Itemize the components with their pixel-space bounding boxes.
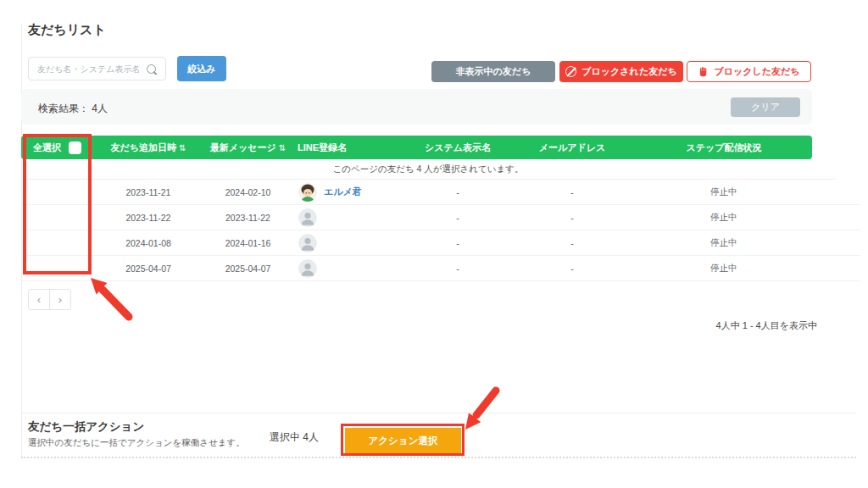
pagination-next-button[interactable]: › <box>49 289 71 310</box>
search-input[interactable] <box>29 64 147 74</box>
email-cell: - <box>509 187 636 197</box>
hand-icon <box>698 66 709 77</box>
sort-icon[interactable]: ⇅ <box>179 143 186 152</box>
pagination-prev-button[interactable]: ‹ <box>28 289 50 310</box>
blocked-by-friends-label: ブロックされた友だち <box>581 65 676 78</box>
header-latest-message[interactable]: 最新メッセージ ⇅ <box>203 141 292 154</box>
added-at-cell: 2023-11-22 <box>93 213 203 223</box>
search-result-label: 検索結果： 4人 <box>38 102 108 116</box>
annotation-rect-select-all <box>23 134 92 274</box>
selection-notice: このページの友だち 4 人が選択されています。 <box>21 159 835 180</box>
selected-count: 選択中 4人 <box>270 430 319 445</box>
system-name-cell: - <box>407 187 509 197</box>
email-cell: - <box>509 213 636 223</box>
table-header: 全選択 友だち追加日時 ⇅ 最新メッセージ ⇅ LINE登録名 システム表示名 … <box>21 136 812 159</box>
default-avatar <box>298 234 317 252</box>
filter-button[interactable]: 絞込み <box>177 56 226 81</box>
latest-message-cell: 2024-02-10 <box>203 187 292 197</box>
added-at-cell: 2023-11-21 <box>93 187 203 197</box>
system-name-cell: - <box>407 213 509 223</box>
step-status-cell: 停止中 <box>636 263 812 274</box>
step-status-cell: 停止中 <box>636 186 812 198</box>
annotation-arrow-action-button <box>452 380 504 436</box>
step-status-cell: 停止中 <box>636 212 812 224</box>
system-name-cell: - <box>407 238 509 248</box>
latest-message-cell: 2025-04-07 <box>203 263 292 274</box>
bottom-divider <box>21 413 856 413</box>
friends-list-page: 友だちリスト 絞込み 非表示中の友だち ブロックされた友だち ブロックした友だち… <box>0 0 868 488</box>
step-status-cell: 停止中 <box>636 237 812 249</box>
default-avatar <box>298 259 317 278</box>
sort-icon[interactable]: ⇅ <box>279 143 286 152</box>
system-name-cell: - <box>407 263 509 274</box>
friend-avatar <box>298 183 317 202</box>
header-system-name: システム表示名 <box>407 141 509 154</box>
added-at-cell: 2024-01-08 <box>93 238 203 248</box>
bottom-dotted-border <box>21 457 856 458</box>
header-added-at[interactable]: 友だち追加日時 ⇅ <box>93 141 203 154</box>
pagination: ‹ › <box>28 289 71 310</box>
block-icon <box>565 66 576 77</box>
header-email: メールアドレス <box>509 141 636 154</box>
pagination-summary: 4人中 1 - 4人目を表示中 <box>716 319 817 332</box>
table-row: 2023-11-21 2024-02-10 エルメ君 - - 停止中 <box>21 180 860 205</box>
table-row: 2024-01-08 2024-01-16 - - 停止中 <box>21 230 860 256</box>
blocked-friends-label: ブロックした友だち <box>714 65 799 78</box>
latest-message-cell: 2023-11-22 <box>203 213 292 223</box>
header-step-status: ステップ配信状況 <box>636 141 812 154</box>
table-row: 2025-04-07 2025-04-07 - - 停止中 <box>21 256 860 281</box>
clear-button[interactable]: クリア <box>731 97 800 117</box>
friend-name-link[interactable]: エルメ君 <box>324 186 362 198</box>
bulk-action-title: 友だち一括アクション <box>28 419 144 435</box>
search-box <box>28 57 166 80</box>
header-line-name: LINE登録名 <box>292 141 407 154</box>
page-title: 友だちリスト <box>28 22 106 38</box>
search-result-bar: 検索結果： 4人 クリア <box>21 89 812 125</box>
default-avatar <box>298 208 317 227</box>
table-row: 2023-11-22 2023-11-22 - - 停止中 <box>21 205 860 230</box>
hidden-friends-button[interactable]: 非表示中の友だち <box>431 61 555 82</box>
hidden-friends-label: 非表示中の友だち <box>456 65 531 78</box>
bulk-action-description: 選択中の友だちに一括でアクションを稼働させます。 <box>28 437 245 449</box>
search-icon <box>147 64 156 74</box>
annotation-rect-action-button <box>341 424 465 456</box>
email-cell: - <box>509 238 636 248</box>
blocked-by-friends-button[interactable]: ブロックされた友だち <box>559 61 683 82</box>
blocked-friends-button[interactable]: ブロックした友だち <box>687 61 811 82</box>
email-cell: - <box>509 263 636 274</box>
annotation-arrow-select-all <box>81 269 142 324</box>
latest-message-cell: 2024-01-16 <box>203 238 292 248</box>
